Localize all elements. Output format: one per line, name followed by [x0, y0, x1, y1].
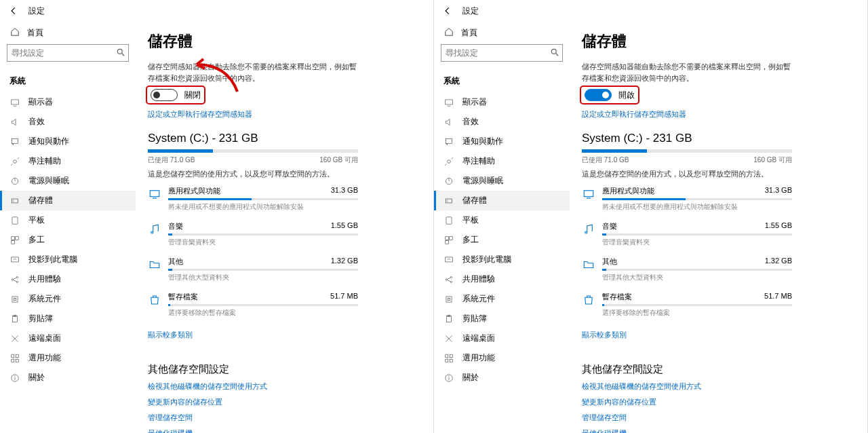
- tablet-icon: [443, 215, 454, 226]
- other-link-1[interactable]: 變更新內容的儲存位置: [148, 397, 412, 407]
- cat-music[interactable]: 音樂1.55 GB 管理音樂資料夾: [148, 221, 358, 247]
- storage-sense-toggle[interactable]: [151, 89, 178, 101]
- about-icon: [443, 373, 454, 383]
- sidebar-item-remote[interactable]: 遠端桌面: [0, 328, 136, 348]
- sidebar-item-project[interactable]: 投影到此電腦: [0, 250, 136, 269]
- sidebar-item-tablet[interactable]: 平板: [434, 210, 570, 230]
- sidebar-item-clipboard[interactable]: 剪貼簿: [0, 309, 136, 328]
- shared-icon: [9, 274, 20, 285]
- notify-icon: [9, 136, 20, 147]
- sidebar-item-project[interactable]: 投影到此電腦: [434, 250, 570, 269]
- sidebar-item-optional[interactable]: 選用功能: [434, 348, 570, 368]
- drive-free: 160 GB 可用: [319, 155, 358, 165]
- storage-sense-toggle[interactable]: [585, 89, 612, 101]
- cat-other[interactable]: 其他1.32 GB 管理其他大型資料夾: [582, 257, 792, 282]
- body: 首頁 系統 顯示器 音效 通知與動作 專注輔助 電源與睡眠 儲存體 平板 多工 …: [0, 22, 433, 433]
- cat-music[interactable]: 音樂1.55 GB 管理音樂資料夾: [582, 221, 792, 247]
- sidebar-item-notify[interactable]: 通知與動作: [434, 132, 570, 151]
- configure-storage-sense-link[interactable]: 設定或立即執行儲存空間感知器: [582, 109, 686, 119]
- sidebar-item-display[interactable]: 顯示器: [434, 92, 570, 112]
- tablet-icon: [9, 215, 20, 226]
- other-link-1[interactable]: 變更新內容的儲存位置: [582, 397, 846, 407]
- storage-sense-toggle-row: 開啟: [582, 88, 637, 102]
- search-input[interactable]: [441, 44, 563, 62]
- about-icon: [9, 373, 20, 383]
- storage-icon: [9, 195, 20, 206]
- drive-note: 這是您儲存空間的使用方式，以及您可釋放空間的方法。: [148, 169, 412, 179]
- other-link-3[interactable]: 最佳化磁碟機: [148, 428, 412, 433]
- page-title: 儲存體: [582, 31, 846, 52]
- sidebar-item-remote[interactable]: 遠端桌面: [434, 328, 570, 348]
- sidebar-item-tablet[interactable]: 平板: [0, 210, 136, 230]
- svg-point-9: [13, 200, 14, 201]
- svg-rect-50: [446, 296, 452, 301]
- svg-rect-12: [16, 236, 19, 240]
- multitask-icon: [9, 235, 20, 246]
- home-row[interactable]: 首頁: [434, 24, 570, 44]
- configure-storage-sense-link[interactable]: 設定或立即執行儲存空間感知器: [148, 109, 252, 119]
- storage-sense-toggle-row: 關閉: [148, 88, 203, 102]
- project-icon: [9, 255, 20, 265]
- sidebar-item-display[interactable]: 顯示器: [0, 92, 136, 112]
- header: 設定: [0, 0, 433, 22]
- trash-icon: [148, 293, 161, 307]
- home-label: 首頁: [27, 27, 43, 39]
- other-link-3[interactable]: 最佳化磁碟機: [582, 428, 846, 433]
- svg-rect-43: [446, 236, 449, 240]
- sidebar-item-multitask[interactable]: 多工: [434, 230, 570, 250]
- sidebar-item-focus[interactable]: 專注輔助: [0, 151, 136, 171]
- show-more-link[interactable]: 顯示較多類別: [582, 330, 627, 340]
- other-settings-heading: 其他儲存空間設定: [148, 363, 412, 376]
- storage-icon: [443, 195, 454, 206]
- svg-point-15: [12, 278, 13, 280]
- header-title: 設定: [28, 5, 45, 17]
- cat-temp[interactable]: 暫存檔案51.7 MB 選擇要移除的暫存檔案: [582, 292, 792, 318]
- sidebar-item-shared[interactable]: 共用體驗: [434, 269, 570, 289]
- svg-point-48: [450, 276, 452, 278]
- sidebar-item-shared[interactable]: 共用體驗: [0, 269, 136, 289]
- sidebar-item-optional[interactable]: 選用功能: [0, 348, 136, 368]
- drive-free: 160 GB 可用: [753, 155, 792, 165]
- svg-rect-18: [12, 296, 18, 301]
- header: 設定: [434, 0, 867, 22]
- sidebar-item-about[interactable]: 關於: [434, 368, 570, 388]
- sidebar-item-about[interactable]: 關於: [0, 368, 136, 388]
- search-input[interactable]: [7, 44, 129, 62]
- svg-point-5: [14, 159, 17, 163]
- sidebar-item-power[interactable]: 電源與睡眠: [434, 171, 570, 191]
- sidebar-item-storage[interactable]: 儲存體: [434, 191, 570, 210]
- drive-usage-bar: [582, 149, 792, 153]
- cat-temp[interactable]: 暫存檔案51.7 MB 選擇要移除的暫存檔案: [148, 292, 358, 318]
- optional-icon: [443, 353, 454, 364]
- sidebar-item-sound[interactable]: 音效: [0, 112, 136, 132]
- sidebar-item-clipboard[interactable]: 剪貼簿: [434, 309, 570, 328]
- svg-point-32: [551, 49, 556, 54]
- cat-apps[interactable]: 應用程式與功能31.3 GB 將未使用或不想要的應用程式與功能解除安裝: [582, 186, 792, 212]
- optional-icon: [9, 353, 20, 364]
- cat-apps[interactable]: 應用程式與功能31.3 GB 將未使用或不想要的應用程式與功能解除安裝: [148, 186, 358, 212]
- cat-other[interactable]: 其他1.32 GB 管理其他大型資料夾: [148, 257, 358, 282]
- sidebar-item-storage[interactable]: 儲存體: [0, 191, 136, 210]
- sidebar-item-component[interactable]: 系統元件: [434, 289, 570, 309]
- sidebar-item-multitask[interactable]: 多工: [0, 230, 136, 250]
- drive-stats: 已使用 71.0 GB 160 GB 可用: [582, 155, 792, 165]
- sidebar-item-notify[interactable]: 通知與動作: [0, 132, 136, 151]
- sidebar-item-focus[interactable]: 專注輔助: [434, 151, 570, 171]
- svg-point-63: [585, 231, 587, 233]
- show-more-link[interactable]: 顯示較多類別: [148, 330, 193, 340]
- sidebar-item-component[interactable]: 系統元件: [0, 289, 136, 309]
- sidebar-item-power[interactable]: 電源與睡眠: [0, 171, 136, 191]
- back-button[interactable]: [441, 4, 454, 18]
- other-link-2[interactable]: 管理儲存空間: [148, 413, 412, 423]
- home-row[interactable]: 首頁: [0, 24, 136, 44]
- component-icon: [443, 294, 454, 305]
- other-link-2[interactable]: 管理儲存空間: [582, 413, 846, 423]
- sidebar-item-sound[interactable]: 音效: [434, 112, 570, 132]
- toggle-state-label: 開啟: [618, 90, 635, 101]
- other-link-0[interactable]: 檢視其他磁碟機的儲存空間使用方式: [148, 381, 412, 392]
- svg-point-37: [448, 159, 451, 163]
- power-icon: [9, 176, 20, 187]
- back-button[interactable]: [7, 4, 20, 18]
- other-link-0[interactable]: 檢視其他磁碟機的儲存空間使用方式: [582, 381, 846, 392]
- toggle-state-label: 關閉: [184, 90, 201, 101]
